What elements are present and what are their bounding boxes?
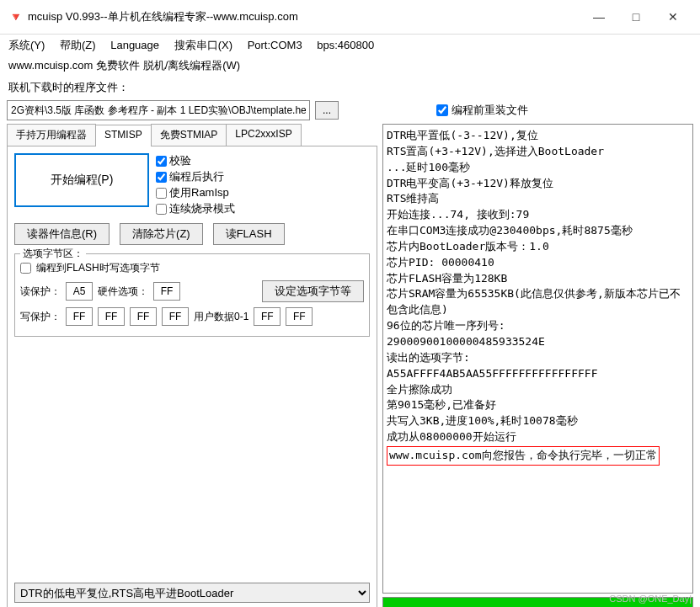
wp3-input[interactable] [162,307,189,326]
menu-search-port[interactable]: 搜索串口(X) [174,39,232,51]
tab-bar: 手持万用编程器 STMISP 免费STMIAP LPC2xxxISP [7,124,377,146]
maximize-button[interactable]: □ [617,5,655,29]
wp0-input[interactable] [66,307,93,326]
menu-system[interactable]: 系统(Y) [8,39,45,51]
log-output[interactable]: DTR电平置低(-3--12V),复位RTS置高(+3-+12V),选择进入Bo… [382,124,693,594]
ud1-input[interactable] [286,307,313,326]
continuous-checkbox[interactable] [156,204,167,215]
hw-option-label: 硬件选项： [98,285,148,299]
read-protect-input[interactable] [66,282,93,301]
verify-label: 校验 [169,153,191,168]
tab-lpc[interactable]: LPC2xxxISP [226,124,301,146]
user-data-label: 用户数据0-1 [194,310,248,324]
menu-bps[interactable]: bps:460800 [317,39,374,51]
wp1-input[interactable] [98,307,125,326]
reload-checkbox[interactable]: 编程前重装文件 [436,103,528,118]
menu-bar: 系统(Y) 帮助(Z) Language 搜索串口(X) Port:COM3 b… [0,35,700,56]
tab-stmisp[interactable]: STMISP [95,125,152,146]
window-title: mcuisp V0.993--单片机在线编程专家--www.mcuisp.com [28,9,580,24]
hw-option-input[interactable] [153,282,180,301]
reload-checkbox-input[interactable] [436,104,448,116]
ud0-input[interactable] [254,307,281,326]
erase-chip-button[interactable]: 清除芯片(Z) [120,223,203,245]
watermark: CSDN @ONE_Day| [609,594,692,604]
file-path-input[interactable] [7,100,310,120]
program-button[interactable]: 开始编程(P) [14,153,149,207]
sub-link[interactable]: www.mcuisp.com 免费软件 脱机/离线编程器(W) [0,56,700,78]
tab-stmiap[interactable]: 免费STMIAP [151,124,227,146]
app-icon: 🔻 [8,10,23,24]
reader-info-button[interactable]: 读器件信息(R) [14,223,110,245]
run-after-label: 编程后执行 [169,169,224,184]
reset-mode-combo[interactable]: DTR的低电平复位,RTS高电平进BootLoader [14,583,370,603]
read-flash-button[interactable]: 读FLASH [213,223,285,245]
minimize-button[interactable]: — [580,5,617,29]
continuous-label: 连续烧录模式 [169,201,235,216]
ramisp-label: 使用RamIsp [169,185,229,200]
run-after-checkbox[interactable] [156,172,167,183]
reload-label: 编程前重装文件 [452,103,528,118]
menu-language[interactable]: Language [110,39,159,51]
write-protect-label: 写保护： [20,310,61,324]
option-group-title: 选项字节区： [20,247,86,261]
menu-port[interactable]: Port:COM3 [248,39,302,51]
flash-option-input[interactable] [20,263,31,274]
verify-checkbox[interactable] [156,156,167,167]
wp2-input[interactable] [130,307,157,326]
read-protect-label: 读保护： [20,285,61,299]
browse-button[interactable]: ... [315,101,339,120]
file-label: 联机下载时的程序文件： [0,78,700,97]
flash-option-checkbox[interactable]: 编程到FLASH时写选项字节 [20,261,364,275]
ramisp-checkbox[interactable] [156,188,167,199]
flash-option-label: 编程到FLASH时写选项字节 [36,261,160,275]
set-option-button[interactable]: 设定选项字节等 [262,280,364,302]
tab-handheld[interactable]: 手持万用编程器 [7,124,96,146]
menu-help[interactable]: 帮助(Z) [60,39,96,51]
close-button[interactable]: ✕ [655,5,692,29]
